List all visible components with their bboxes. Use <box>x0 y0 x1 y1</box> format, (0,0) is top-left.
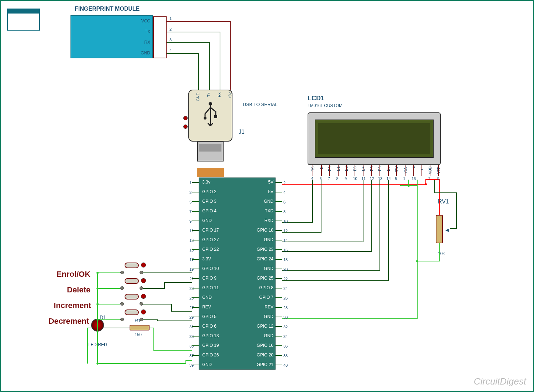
pi-right-pin-10-num: 10 <box>283 219 288 223</box>
pi-right-pin-16-num: 16 <box>283 248 288 252</box>
button-0[interactable] <box>125 263 139 268</box>
svg-point-9 <box>408 185 410 187</box>
pi-right-pin-28-num: 28 <box>283 306 288 310</box>
pi-left-pin-31-num: 31 <box>189 325 194 329</box>
lcd-stub-6 <box>363 165 363 176</box>
fingerprint-sensor-window <box>7 9 40 31</box>
pi-left-stub-11 <box>192 230 199 231</box>
pi-left-label-7: GPIO 4 <box>202 208 216 213</box>
pi-right-label-2: 5V <box>248 180 273 185</box>
pi-left-label-27: REV <box>202 304 211 309</box>
pi-left-pin-25-num: 25 <box>189 296 194 300</box>
pi-left-label-31: GPIO 6 <box>202 324 216 329</box>
fp-pin-tx: TX <box>137 29 150 34</box>
lcd-stub-8 <box>379 165 380 176</box>
button-dot-1b <box>140 286 143 290</box>
pi-right-stub-34 <box>276 336 282 337</box>
lcd-stub-0 <box>313 165 313 176</box>
pi-right-pin-22-num: 22 <box>283 277 288 281</box>
lcd-pin-E-num: 6 <box>320 176 322 181</box>
lcd-pin-RW-num: 5 <box>395 176 397 181</box>
pi-left-stub-29 <box>192 317 199 317</box>
pi-left-pin-21-num: 21 <box>189 277 194 281</box>
lcd-stub-11 <box>405 165 405 176</box>
lcd-pin-RS-num: 4 <box>311 176 313 181</box>
pi-right-stub-22 <box>276 278 282 279</box>
svg-point-5 <box>96 303 99 305</box>
r1-body <box>130 325 150 330</box>
pi-left-pin-33-num: 33 <box>189 334 194 339</box>
usb-ref: J1 <box>239 129 245 135</box>
pi-left-label-11: GPIO 17 <box>202 228 219 233</box>
pi-right-label-12: GPIO 18 <box>248 228 273 233</box>
pi-right-label-20: GND <box>248 266 273 271</box>
pi-left-pin-7-num: 7 <box>189 210 192 214</box>
lcd-pin-D5-num: 12 <box>370 176 374 181</box>
pi-left-label-21: GPIO 9 <box>202 276 216 281</box>
pi-right-pin-24-num: 24 <box>283 286 288 291</box>
pi-left-stub-21 <box>192 278 199 279</box>
lcd-stub-3 <box>338 165 339 176</box>
btn-label-delete: Delete <box>41 285 90 295</box>
pi-left-pin-37-num: 37 <box>189 354 194 358</box>
pi-right-stub-32 <box>276 326 282 327</box>
pi-right-pin-38-num: 38 <box>283 354 288 358</box>
pi-left-label-9: GND <box>202 218 212 223</box>
rv1-wiper-icon: ◄ <box>444 227 450 233</box>
pi-right-stub-2 <box>276 182 282 183</box>
pi-right-pin-8-num: 8 <box>283 210 286 214</box>
pi-right-label-18: GPIO 24 <box>248 256 273 261</box>
pi-right-label-8: TXD <box>248 208 273 213</box>
button-dot-2b <box>140 302 143 306</box>
pi-right-pin-4-num: 4 <box>283 190 286 195</box>
pi-right-stub-14 <box>276 240 282 240</box>
pi-left-pin-19-num: 19 <box>189 267 194 271</box>
pi-right-label-6: GND <box>248 199 273 204</box>
button-dot-1a <box>120 286 124 290</box>
btn-label-increment: Increment <box>41 301 91 310</box>
button-1[interactable] <box>125 278 139 284</box>
pi-left-label-17: 3.3V <box>202 256 211 261</box>
r1-ref: R1 <box>135 318 141 323</box>
pi-right-label-26: GPIO 7 <box>248 295 273 300</box>
pi-left-label-1: 3.3v <box>202 180 210 185</box>
svg-point-7 <box>96 362 99 365</box>
pi-right-stub-38 <box>276 355 282 356</box>
btn-label-decrement: Decrement <box>39 317 89 326</box>
lcd-pin-D2-num: 9 <box>345 176 347 181</box>
pi-right-label-16: GPIO 23 <box>248 247 273 252</box>
fp-pin-4-num: 4 <box>169 48 172 53</box>
lcd-pin-D0-num: 7 <box>328 176 330 181</box>
pi-right-stub-18 <box>276 259 282 260</box>
pi-right-label-14: GND <box>248 237 273 242</box>
lcd-pin-VDD-num: 2 <box>428 176 430 181</box>
pi-left-label-13: GPIO 27 <box>202 237 219 242</box>
pi-left-label-39: GND <box>202 362 212 367</box>
lcd-pin-D6-num: 13 <box>378 176 382 181</box>
pi-right-stub-28 <box>276 307 282 308</box>
lcd-stub-13 <box>422 165 422 176</box>
button-3[interactable] <box>125 309 139 315</box>
pi-left-pin-3-num: 3 <box>189 190 192 195</box>
pi-left-pin-27-num: 27 <box>189 306 194 310</box>
pi-right-label-10: RXD <box>248 218 273 223</box>
pi-left-stub-15 <box>192 249 199 250</box>
pi-left-stub-33 <box>192 336 199 337</box>
pi-right-pin-32-num: 32 <box>283 325 288 329</box>
pi-left-stub-13 <box>192 240 199 240</box>
button-dot-3a <box>120 318 124 321</box>
pi-right-pin-26-num: 26 <box>283 296 288 300</box>
lcd-stub-1 <box>321 165 322 176</box>
pi-right-label-22: GPIO 25 <box>248 276 273 281</box>
fp-pin-1-num: 1 <box>169 16 172 21</box>
rv1-body[interactable] <box>436 215 443 243</box>
pi-top-connector <box>197 168 224 177</box>
pi-left-pin-11-num: 11 <box>189 229 194 233</box>
pi-right-stub-10 <box>276 221 282 221</box>
svg-point-4 <box>96 287 99 290</box>
pi-right-stub-12 <box>276 230 282 231</box>
pi-left-label-29: GPIO 5 <box>202 314 216 319</box>
button-2[interactable] <box>125 294 139 300</box>
lcd-stub-9 <box>388 165 389 176</box>
pi-left-label-5: GPIO 3 <box>202 199 216 204</box>
